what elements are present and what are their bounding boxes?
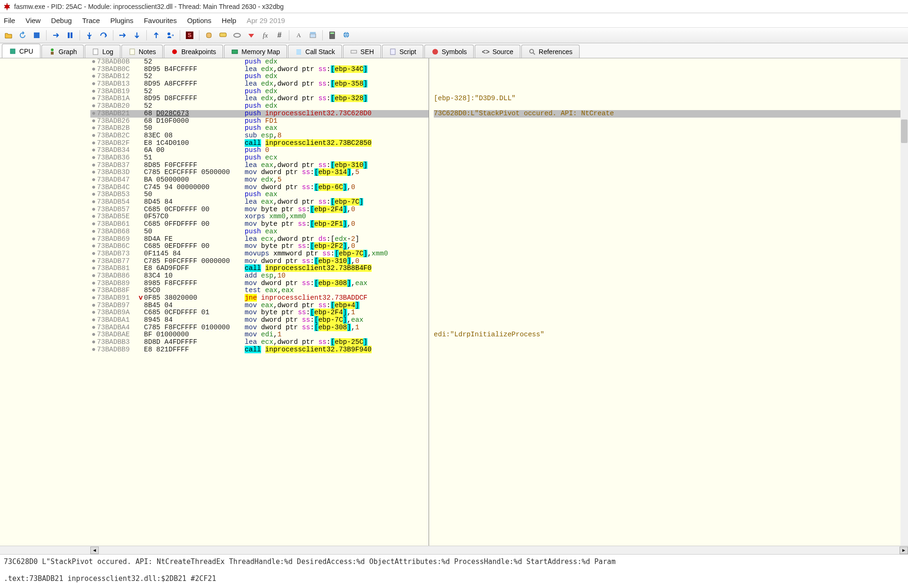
comment-row[interactable] — [434, 346, 908, 354]
tab-source[interactable]: <>Source — [475, 45, 520, 58]
horizontal-scrollbar[interactable]: ◄ ► — [0, 546, 908, 554]
comment-row[interactable] — [434, 140, 908, 147]
patches-button[interactable] — [203, 30, 215, 41]
comment-row[interactable] — [434, 302, 908, 310]
comment-row[interactable]: 73C628D0:L"StackPivot occured. API: NtCr… — [434, 110, 908, 118]
disasm-row[interactable]: ●73BADBB9 E8 821DFFFF call inprocessclie… — [90, 346, 429, 354]
comment-row[interactable] — [434, 206, 908, 214]
menu-plugins[interactable]: Plugins — [110, 16, 133, 24]
comment-row[interactable] — [434, 213, 908, 221]
comment-row[interactable] — [434, 317, 908, 324]
disasm-row[interactable]: ●73BADB0B 52 push edx — [90, 58, 429, 66]
comment-row[interactable] — [434, 287, 908, 294]
disasm-row[interactable]: ●73BADB4C C745 94 00000000 mov dword ptr… — [90, 184, 429, 191]
run-to-user-button[interactable] — [165, 30, 176, 41]
comment-row[interactable] — [434, 162, 908, 169]
comment-row[interactable] — [434, 294, 908, 302]
disasm-row[interactable]: ●73BADB89 8985 F8FCFFFF mov dword ptr ss… — [90, 280, 429, 287]
tab-seh[interactable]: SEH — [343, 45, 381, 58]
menu-favourites[interactable]: Favourites — [144, 16, 177, 24]
disasm-row[interactable]: ●73BADB34 6A 00 push 0 — [90, 147, 429, 154]
comment-row[interactable] — [434, 66, 908, 73]
disasm-row[interactable]: ●73BADB68 50 push eax — [90, 228, 429, 236]
comment-row[interactable] — [434, 103, 908, 110]
comment-row[interactable] — [434, 154, 908, 162]
comment-row[interactable] — [434, 265, 908, 272]
pause-button[interactable] — [64, 30, 76, 41]
scylla-button[interactable]: S — [184, 30, 195, 41]
disasm-row[interactable]: ●73BADB69 8D4A FE lea ecx,dword ptr ds:[… — [90, 236, 429, 243]
online-button[interactable] — [341, 30, 352, 41]
tab-cpu[interactable]: CPU — [2, 44, 40, 58]
disasm-row[interactable]: ●73BADBA1 8945 84 mov dword ptr ss:[ebp-… — [90, 317, 429, 324]
menu-help[interactable]: Help — [222, 16, 236, 24]
comment-row[interactable]: edi:"LdrpInitializeProcess" — [434, 331, 908, 339]
step-over-button[interactable] — [98, 30, 109, 41]
disasm-row[interactable]: ●73BADB97 8B45 04 mov eax,dword ptr ss:[… — [90, 302, 429, 310]
comment-row[interactable] — [434, 243, 908, 250]
comment-row[interactable] — [434, 250, 908, 258]
disasm-row[interactable]: ●73BADB53 50 push eax — [90, 191, 429, 199]
step-into-button[interactable] — [84, 30, 95, 41]
comment-row[interactable] — [434, 169, 908, 176]
strings-button[interactable]: A — [293, 30, 304, 41]
tab-notes[interactable]: Notes — [121, 45, 163, 58]
disasm-row[interactable]: ●73BADB37 8D85 F0FCFFFF lea eax,dword pt… — [90, 162, 429, 169]
trace-into-button[interactable] — [117, 30, 128, 41]
menu-options[interactable]: Options — [187, 16, 212, 24]
disasm-row[interactable]: ●73BADB91v0F85 38020000 jne inprocesscli… — [90, 294, 429, 302]
comment-row[interactable] — [434, 280, 908, 287]
disasm-row[interactable]: ●73BADB47 BA 05000000 mov edx,5 — [90, 176, 429, 184]
calls-button[interactable] — [307, 30, 319, 41]
tab-memory-map[interactable]: Memory Map — [224, 45, 287, 58]
stop-button[interactable] — [31, 30, 42, 41]
labels-button[interactable] — [231, 30, 243, 41]
disasm-row[interactable]: ●73BADB36 51 push ecx — [90, 154, 429, 162]
comment-row[interactable] — [434, 339, 908, 346]
comment-row[interactable] — [434, 191, 908, 199]
disasm-row[interactable]: ●73BADBB3 8D8D A4FDFFFF lea ecx,dword pt… — [90, 339, 429, 346]
menu-file[interactable]: File — [4, 16, 15, 24]
comment-row[interactable] — [434, 58, 908, 66]
scroll-left-button[interactable]: ◄ — [90, 547, 99, 554]
comment-row[interactable] — [434, 184, 908, 191]
disasm-row[interactable]: ●73BADB13 8D95 A8FCFFFF lea edx,dword pt… — [90, 80, 429, 88]
disasm-row[interactable]: ●73BADB5E 0F57C0 xorps xmm0,xmm0 — [90, 213, 429, 221]
disasm-row[interactable]: ●73BADBA4 C785 F8FCFFFF 0100000mov dword… — [90, 324, 429, 332]
disasm-row[interactable]: ●73BADB54 8D45 84 lea eax,dword ptr ss:[… — [90, 199, 429, 206]
restart-button[interactable] — [17, 30, 28, 41]
step-out-button[interactable] — [151, 30, 162, 41]
disasm-row[interactable]: ●73BADB81 E8 6AD9FDFF call inprocessclie… — [90, 265, 429, 272]
disasm-row[interactable]: ●73BADB2F E8 1C4D0100 call inprocessclie… — [90, 140, 429, 147]
comment-row[interactable] — [434, 132, 908, 140]
comments-panel[interactable]: [ebp-328]:"D3D9.DLL" 73C628D0:L"StackPiv… — [429, 58, 908, 546]
disasm-row[interactable]: ●73BADB73 0F1145 84 movups xmmword ptr s… — [90, 250, 429, 258]
comment-row[interactable] — [434, 228, 908, 236]
comment-row[interactable] — [434, 80, 908, 88]
disasm-row[interactable]: ●73BADB1A 8D95 D8FCFFFF lea edx,dword pt… — [90, 95, 429, 103]
comments-button[interactable] — [217, 30, 229, 41]
tab-graph[interactable]: Graph — [41, 45, 84, 58]
comment-row[interactable] — [434, 73, 908, 80]
disasm-row[interactable]: ●73BADB86 83C4 10 add esp,10 — [90, 272, 429, 280]
vertical-scrollbar[interactable] — [900, 58, 908, 546]
comment-row[interactable]: [ebp-328]:"D3D9.DLL" — [434, 95, 908, 103]
scroll-right-button[interactable]: ► — [900, 547, 908, 554]
disasm-row[interactable]: ●73BADB26 68 D10F0000 push FD1 — [90, 118, 429, 125]
comment-row[interactable] — [434, 272, 908, 280]
comment-row[interactable] — [434, 236, 908, 243]
disasm-row[interactable]: ●73BADB20 52 push edx — [90, 103, 429, 110]
bookmarks-button[interactable] — [246, 30, 257, 41]
disasm-row[interactable]: ●73BADB77 C785 F0FCFFFF 0000000mov dword… — [90, 258, 429, 265]
disassembly-panel[interactable]: ●73BADB0B 52 push edx●73BADB0C 8D95 B4FC… — [90, 58, 429, 546]
tab-breakpoints[interactable]: Breakpoints — [164, 45, 223, 58]
menu-view[interactable]: View — [25, 16, 40, 24]
menu-trace[interactable]: Trace — [82, 16, 100, 24]
disasm-row[interactable]: ●73BADB19 52 push edx — [90, 88, 429, 95]
disasm-row[interactable]: ●73BADB8F 85C0 test eax,eax — [90, 287, 429, 294]
comment-row[interactable] — [434, 176, 908, 184]
disasm-row[interactable]: ●73BADB21 68 D028C673 push inprocessclie… — [90, 110, 429, 118]
disasm-row[interactable]: ●73BADB6C C685 0EFDFFFF 00 mov byte ptr … — [90, 243, 429, 250]
disasm-row[interactable]: ●73BADBAE BF 01000000 mov edi,1 — [90, 331, 429, 339]
trace-over-button[interactable] — [131, 30, 143, 41]
